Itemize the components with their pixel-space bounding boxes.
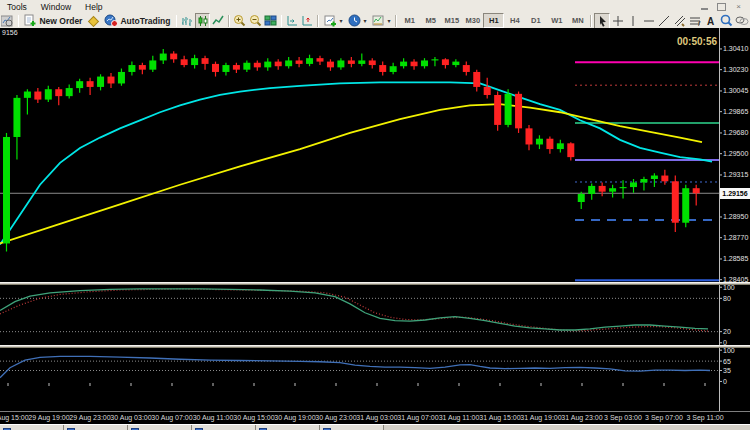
timeframe-m1[interactable]: M1 bbox=[399, 13, 420, 28]
time-axis-label: 31 Aug 07:00 bbox=[397, 414, 438, 421]
price-axis-label: 1.30410 bbox=[723, 45, 748, 52]
menu-bar: Tools Window Help × bbox=[0, 0, 750, 13]
tile-windows-icon[interactable] bbox=[263, 13, 279, 29]
crosshair-tool-icon[interactable] bbox=[610, 13, 626, 29]
bar-chart-icon[interactable] bbox=[179, 13, 195, 29]
timeframe-m15[interactable]: M15 bbox=[441, 13, 462, 28]
time-axis-label: 3 Sep 11:00 bbox=[686, 414, 723, 421]
chart-tab[interactable]: GBPUSD,M5 bbox=[64, 425, 128, 430]
timeframe-mn[interactable]: MN bbox=[567, 13, 588, 28]
menu-help[interactable]: Help bbox=[78, 0, 109, 13]
price-axis-label: 1.28950 bbox=[723, 213, 748, 220]
chart-tab[interactable]: GBPUSD,M30 bbox=[192, 425, 256, 430]
horizontal-line-tool-icon[interactable] bbox=[641, 13, 657, 29]
timeframe-w1[interactable]: W1 bbox=[546, 13, 567, 28]
profiles-icon bbox=[348, 14, 361, 27]
candlestick-chart-icon[interactable] bbox=[195, 13, 211, 29]
new-chart-dropdown[interactable]: ▾ bbox=[321, 13, 345, 29]
time-axis-label: 31 Aug 23:00 bbox=[561, 414, 602, 421]
svg-text:A: A bbox=[707, 16, 714, 27]
line-chart-icon[interactable] bbox=[210, 13, 226, 29]
trendline-tool-icon[interactable] bbox=[656, 13, 672, 29]
minimize-icon[interactable] bbox=[699, 2, 710, 11]
timeframe-d1[interactable]: D1 bbox=[525, 13, 546, 28]
new-order-label: New Order bbox=[39, 16, 82, 26]
chart-tab[interactable]: GBPUSD,M1 bbox=[0, 425, 64, 430]
indicator-axis-label: 100 bbox=[723, 284, 735, 291]
chart-shift-icon[interactable] bbox=[300, 13, 316, 29]
menu-window[interactable]: Window bbox=[34, 0, 78, 13]
price-axis-label: 1.28405 bbox=[723, 276, 748, 283]
time-axis-label: 29 Aug 19:00 bbox=[28, 414, 69, 421]
templates-dropdown[interactable]: ▾ bbox=[369, 13, 393, 29]
text-tool-icon[interactable]: A bbox=[703, 13, 719, 29]
new-order-icon bbox=[24, 14, 37, 27]
toolbar: New Order AutoTrading bbox=[0, 13, 750, 29]
price-axis-label: 1.29500 bbox=[723, 150, 748, 157]
autotrading-button[interactable]: AutoTrading bbox=[101, 13, 173, 29]
current-price-box: 1.29156 bbox=[720, 188, 750, 199]
menu-tools[interactable]: Tools bbox=[0, 0, 34, 13]
time-axis-label: 30 Aug 07:00 bbox=[151, 414, 192, 421]
timeframe-m30[interactable]: M30 bbox=[462, 13, 483, 28]
indicator-axis-label: 80 bbox=[723, 295, 731, 302]
shapes-tool-icon[interactable] bbox=[734, 13, 750, 29]
chart-canvas[interactable]: 9156 00:50:56 1.304101.302301.300451.298… bbox=[0, 28, 750, 430]
fibonacci-tool-icon[interactable]: f bbox=[687, 13, 703, 29]
time-axis-label: 31 Aug 11:00 bbox=[439, 414, 480, 421]
zoom-out-icon[interactable] bbox=[247, 13, 263, 29]
magnifier-tool-icon[interactable] bbox=[718, 13, 734, 29]
indicator-axis-label: 0 bbox=[723, 378, 727, 385]
trading-terminal-window: Tools Window Help × New Order AutoTradin… bbox=[0, 0, 750, 430]
chart-tab[interactable]: GBPUSD,M15 bbox=[128, 425, 192, 430]
chart-tab-bar: GBPUSD,M1GBPUSD,M5GBPUSD,M15GBPUSD,M30GB… bbox=[0, 424, 750, 430]
indicator-axis-label: 35 bbox=[723, 367, 731, 374]
profiles-dropdown[interactable]: ▾ bbox=[345, 13, 369, 29]
time-axis-label: 3 Sep 03:00 bbox=[604, 414, 642, 421]
time-axis-label: 31 Aug 15:00 bbox=[479, 414, 520, 421]
price-axis-label: 1.29865 bbox=[723, 108, 748, 115]
pane-separator[interactable] bbox=[0, 345, 750, 348]
new-order-button[interactable]: New Order bbox=[21, 13, 85, 29]
timeframe-h4[interactable]: H4 bbox=[504, 13, 525, 28]
svg-text:f: f bbox=[698, 20, 701, 27]
chart-plot bbox=[0, 28, 750, 430]
price-axis-label: 1.29315 bbox=[723, 171, 748, 178]
restore-icon[interactable] bbox=[716, 2, 727, 11]
time-axis-label: 31 Aug 03:00 bbox=[356, 414, 397, 421]
chart-tab[interactable]: GBPUSD,H4 bbox=[256, 425, 320, 430]
autotrading-icon bbox=[104, 14, 118, 27]
timeframe-m5[interactable]: M5 bbox=[420, 13, 441, 28]
time-axis-label: 30 Aug 03:00 bbox=[110, 414, 151, 421]
pane-separator[interactable] bbox=[0, 282, 750, 285]
price-axis-label: 1.29680 bbox=[723, 129, 748, 136]
cursor-tool-icon[interactable] bbox=[594, 13, 610, 29]
time-axis-label: 30 Aug 11:00 bbox=[193, 414, 234, 421]
price-axis-label: 1.28585 bbox=[723, 255, 748, 262]
timeframe-h1[interactable]: H1 bbox=[483, 13, 504, 28]
indicator-axis-label: 65 bbox=[723, 358, 731, 365]
indicator-axis-label: 0 bbox=[723, 339, 727, 346]
auto-scroll-icon[interactable] bbox=[284, 13, 300, 29]
chart-tab[interactable]: GBPUSD,Daily bbox=[320, 425, 384, 430]
price-axis-label: 1.28770 bbox=[723, 234, 748, 241]
zoom-in-icon[interactable] bbox=[232, 13, 248, 29]
metaeditor-icon[interactable] bbox=[85, 13, 101, 29]
time-axis-label: 30 Aug 15:00 bbox=[233, 414, 274, 421]
time-axis-label: 3 Sep 07:00 bbox=[645, 414, 683, 421]
close-icon[interactable]: × bbox=[733, 2, 744, 11]
market-watch-icon[interactable] bbox=[0, 13, 16, 29]
time-axis-label: 31 Aug 19:00 bbox=[520, 414, 561, 421]
vertical-line-tool-icon[interactable] bbox=[625, 13, 641, 29]
chart-info-text: 9156 bbox=[2, 29, 18, 36]
autotrading-label: AutoTrading bbox=[120, 16, 170, 26]
indicator-axis-label: 100 bbox=[723, 347, 735, 354]
time-axis-label: 30 Aug 23:00 bbox=[315, 414, 356, 421]
timeframe-toolbar: M1M5M15M30H1H4D1W1MN bbox=[399, 13, 588, 28]
channel-tool-icon[interactable] bbox=[672, 13, 688, 29]
price-axis-label: 1.30045 bbox=[723, 87, 748, 94]
price-axis-border bbox=[719, 28, 720, 411]
time-axis-label: 29 Aug 15:00 bbox=[0, 414, 29, 421]
candle-countdown-timer: 00:50:56 bbox=[677, 36, 717, 47]
time-axis-label: 30 Aug 19:00 bbox=[274, 414, 315, 421]
